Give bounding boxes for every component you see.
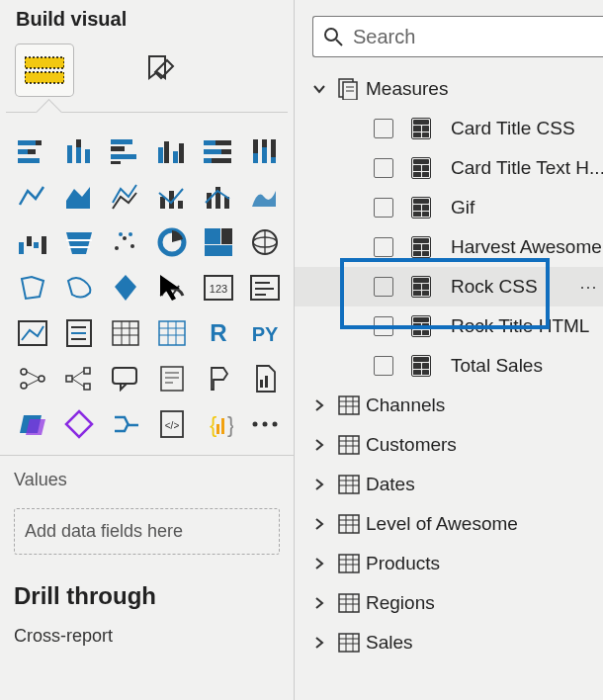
viz-decomposition-tree[interactable] (58, 358, 100, 399)
svg-point-107 (325, 29, 337, 41)
svg-rect-30 (271, 157, 276, 163)
table-item[interactable]: Channels (295, 386, 603, 425)
viz-power-apps[interactable] (12, 403, 53, 445)
more-icon[interactable]: ⋯ (579, 276, 603, 298)
svg-rect-20 (215, 140, 231, 145)
tree-group-measures[interactable]: Measures (295, 69, 603, 109)
svg-line-108 (336, 40, 342, 45)
table-label: Customers (366, 434, 603, 456)
viz-map[interactable] (244, 221, 286, 263)
viz-qa[interactable] (105, 358, 146, 399)
table-item[interactable]: Dates (295, 465, 603, 504)
viz-slicer[interactable] (58, 312, 100, 354)
fields-pane: Search Measures Card Title CSS Card Titl… (295, 0, 603, 700)
measure-item[interactable]: Total Sales (295, 346, 603, 386)
build-visual-tab[interactable] (16, 44, 73, 96)
values-dropzone[interactable]: Add data fields here (14, 508, 280, 555)
table-item[interactable]: Regions (295, 583, 603, 623)
measure-item[interactable]: Harvest Awesome (295, 227, 603, 267)
calculator-icon (411, 236, 431, 258)
svg-rect-128 (339, 515, 359, 533)
table-item[interactable]: Level of Awesome (295, 504, 603, 544)
format-visual-tab[interactable] (132, 44, 190, 96)
svg-rect-133 (339, 555, 359, 572)
viz-area[interactable] (58, 176, 100, 218)
viz-stacked-area[interactable] (105, 176, 146, 218)
measure-item[interactable]: Card Title Text H... (295, 148, 603, 188)
viz-100-stacked-column[interactable] (244, 131, 286, 172)
viz-azure-map[interactable] (105, 267, 146, 308)
chevron-right-icon (312, 636, 332, 650)
viz-shape-map[interactable] (58, 267, 100, 308)
viz-funnel[interactable] (58, 221, 100, 263)
viz-stacked-bar[interactable] (12, 131, 53, 172)
viz-filled-map[interactable] (12, 267, 53, 308)
viz-pie[interactable] (151, 221, 193, 263)
table-item[interactable]: Products (295, 544, 603, 583)
svg-point-83 (39, 376, 44, 382)
viz-line-stacked-column[interactable] (198, 176, 239, 218)
svg-rect-2 (18, 140, 36, 145)
chevron-right-icon (312, 438, 332, 452)
svg-point-82 (21, 383, 27, 389)
viz-python[interactable]: PY (244, 312, 286, 354)
viz-r[interactable]: R (198, 312, 239, 354)
checkbox[interactable] (374, 158, 393, 178)
viz-html[interactable]: </> (151, 403, 193, 445)
svg-text:</>: </> (165, 420, 180, 431)
svg-rect-17 (173, 151, 178, 163)
viz-waterfall[interactable] (12, 221, 53, 263)
viz-stacked-column[interactable] (58, 131, 100, 172)
checkbox[interactable] (374, 316, 393, 336)
measure-item[interactable]: Card Title CSS (295, 109, 603, 148)
viz-matrix[interactable] (151, 312, 193, 354)
measure-item[interactable]: Rock Title HTML (295, 306, 603, 346)
viz-kpi[interactable] (12, 312, 53, 354)
viz-line[interactable] (12, 176, 53, 218)
viz-key-influencers[interactable] (12, 358, 53, 399)
table-label: Level of Awesome (366, 513, 603, 535)
checkbox[interactable] (374, 119, 393, 138)
svg-rect-4 (18, 149, 28, 154)
viz-power-automate[interactable] (58, 403, 100, 445)
checkbox[interactable] (374, 237, 393, 257)
viz-treemap[interactable] (198, 221, 239, 263)
viz-table[interactable] (105, 312, 146, 354)
viz-clustered-bar[interactable] (105, 131, 146, 172)
measure-item[interactable]: Rock CSS ⋯ (295, 267, 603, 306)
viz-scatter[interactable] (105, 221, 146, 263)
search-box[interactable]: Search (312, 16, 603, 57)
viz-goals[interactable] (198, 358, 239, 399)
viz-narrative[interactable] (151, 358, 193, 399)
viz-paginated[interactable] (244, 358, 286, 399)
svg-rect-7 (67, 145, 72, 163)
chevron-right-icon (312, 596, 332, 610)
table-item[interactable]: Sales (295, 623, 603, 662)
viz-more-icon[interactable] (244, 403, 286, 445)
measures-icon (338, 78, 360, 100)
viz-ribbon[interactable] (244, 176, 286, 218)
viz-get-more[interactable]: {} (198, 403, 239, 445)
tab-divider (6, 112, 288, 113)
viz-gauge[interactable] (151, 267, 193, 308)
checkbox[interactable] (374, 277, 393, 297)
table-item[interactable]: Customers (295, 425, 603, 465)
viz-card[interactable]: 123 (198, 267, 239, 308)
viz-custom-a[interactable] (105, 403, 146, 445)
measure-item[interactable]: Gif (295, 188, 603, 227)
svg-rect-5 (28, 149, 36, 154)
calculator-icon (411, 118, 431, 139)
table-label: Products (366, 553, 603, 574)
svg-text:R: R (210, 319, 226, 346)
svg-rect-123 (339, 476, 359, 493)
checkbox[interactable] (374, 356, 393, 376)
checkbox[interactable] (374, 198, 393, 218)
svg-text:PY: PY (252, 323, 279, 345)
viz-multi-card[interactable] (244, 267, 286, 308)
viz-100-stacked-bar[interactable] (198, 131, 239, 172)
search-icon (323, 27, 343, 46)
build-visual-title: Build visual (0, 0, 294, 41)
viz-line-column[interactable] (151, 176, 193, 218)
build-visual-icon (25, 55, 64, 85)
viz-clustered-column[interactable] (151, 131, 193, 172)
